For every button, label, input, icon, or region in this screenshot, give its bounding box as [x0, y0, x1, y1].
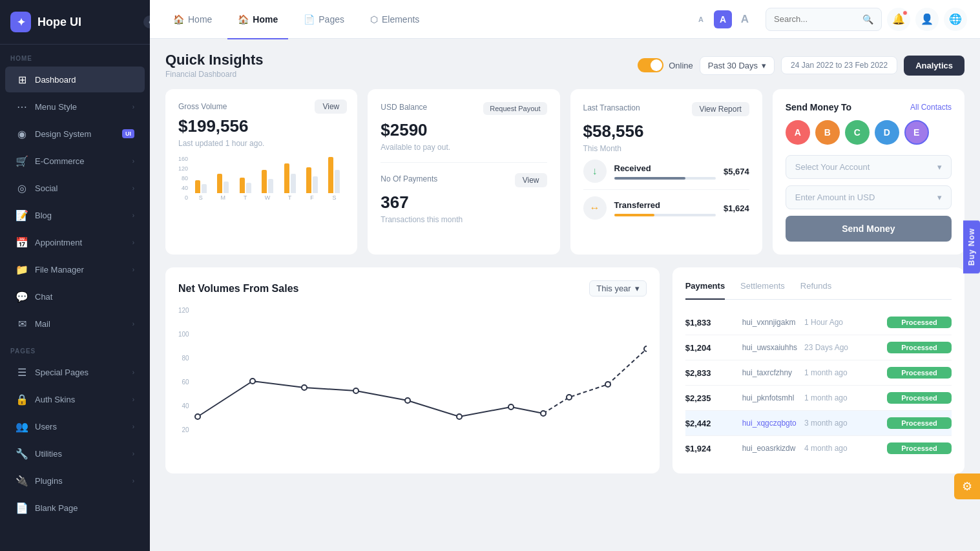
last-transaction-sub: This Month — [583, 144, 749, 153]
tab-refunds[interactable]: Refunds — [800, 281, 831, 300]
svg-point-5 — [457, 414, 462, 419]
buy-now-tab[interactable]: Buy Now — [963, 220, 980, 273]
gross-volume-view-button[interactable]: View — [315, 99, 347, 114]
notifications-button[interactable]: 🔔 — [887, 8, 910, 31]
tab-elements[interactable]: ⬡ Elements — [360, 1, 430, 39]
payment-time: 1 month ago — [804, 393, 882, 402]
select-account-dropdown[interactable]: Select Your Account ▾ — [786, 155, 952, 179]
usd-balance-value: $2590 — [381, 120, 547, 140]
sidebar-item-plugins[interactable]: 🔌 Plugins › — [5, 468, 145, 494]
sidebar-item-utilities[interactable]: 🔧 Utilities › — [5, 441, 145, 466]
sidebar-item-mail[interactable]: ✉ Mail › — [5, 311, 145, 337]
search-bar[interactable]: 🔍 — [766, 8, 882, 31]
avatars-row: A B C D E — [786, 120, 952, 145]
settings-fab[interactable]: ⚙ — [954, 473, 980, 499]
sidebar-item-label: Design System — [35, 129, 116, 139]
font-medium-button[interactable]: A — [714, 10, 732, 28]
usd-balance-section: USD Balance Request Payout $2590 Availab… — [381, 102, 547, 152]
content-area: Quick Insights Financial Dashboard Onlin… — [150, 39, 980, 551]
avatar-1[interactable]: A — [786, 120, 810, 145]
select-account-chevron-icon: ▾ — [937, 162, 942, 172]
chevron-right-icon: › — [132, 212, 134, 219]
home-active-icon: 🏠 — [238, 14, 249, 25]
view-report-button[interactable]: View Report — [692, 102, 749, 116]
tab-home-link[interactable]: 🏠 Home — [163, 1, 222, 39]
send-money-button[interactable]: Send Money — [786, 216, 952, 242]
chevron-right-icon: › — [132, 369, 134, 376]
svg-point-7 — [541, 411, 546, 416]
table-row: $2,833 hui_taxrcfzhny 1 month ago Proces… — [685, 360, 952, 386]
user-profile-button[interactable]: 👤 — [915, 8, 939, 31]
sidebar-item-label: Users — [35, 422, 126, 431]
sidebar-item-dashboard[interactable]: ⊞ Dashboard — [5, 67, 145, 92]
sidebar-item-ecommerce[interactable]: 🛒 E-Commerce › — [5, 148, 145, 174]
language-button[interactable]: 🌐 — [944, 8, 967, 31]
search-input[interactable] — [774, 14, 857, 24]
avatar-5[interactable]: E — [904, 120, 929, 145]
sidebar-item-auth-skins[interactable]: 🔒 Auth Skins › — [5, 386, 145, 412]
sidebar-item-label: Auth Skins — [35, 395, 126, 404]
sidebar-item-chat[interactable]: 💬 Chat — [5, 284, 145, 309]
sidebar-item-menu-style[interactable]: ⋯ Menu Style › — [5, 94, 145, 120]
online-toggle[interactable]: Online — [638, 58, 693, 72]
all-contacts-button[interactable]: All Contacts — [910, 103, 952, 112]
sidebar-item-social[interactable]: ◎ Social › — [5, 175, 145, 201]
font-large-button[interactable]: A — [736, 10, 754, 28]
tab-home-active[interactable]: 🏠 Home — [227, 1, 288, 39]
sidebar-item-blank-page[interactable]: 📄 Blank Page — [5, 495, 145, 521]
appointment-icon: 📅 — [16, 236, 28, 249]
analytics-button[interactable]: Analytics — [904, 56, 964, 76]
transferred-info: Transferred — [614, 200, 716, 216]
sidebar-item-label: Special Pages — [35, 368, 126, 377]
sidebar-item-label: Menu Style — [35, 102, 126, 112]
sidebar-item-label: Plugins — [35, 476, 126, 486]
no-payments-view-button[interactable]: View — [515, 173, 547, 187]
avatar-3[interactable]: C — [845, 120, 870, 145]
sidebar-collapse-button[interactable]: ‹ — [142, 14, 150, 30]
font-small-button[interactable]: A — [692, 10, 710, 28]
avatar-4[interactable]: D — [875, 120, 899, 145]
sidebar-item-special-pages[interactable]: ☰ Special Pages › — [5, 359, 145, 385]
chat-icon: 💬 — [16, 290, 28, 303]
design-system-badge: UI — [122, 129, 134, 138]
social-icon: ◎ — [16, 182, 28, 194]
sidebar-item-blog[interactable]: 📝 Blog › — [5, 202, 145, 228]
sidebar-item-file-manager[interactable]: 📁 File Manager › — [5, 256, 145, 282]
section-title: Quick Insights — [165, 52, 638, 68]
received-bar — [614, 177, 716, 180]
period-select[interactable]: Past 30 Days ▾ — [700, 56, 775, 75]
tab-elements-label: Elements — [382, 14, 419, 25]
sidebar-item-users[interactable]: 👥 Users › — [5, 413, 145, 439]
send-money-card: Send Money To All Contacts A B C D E Sel… — [773, 89, 964, 255]
tab-home-active-label: Home — [253, 14, 278, 25]
request-payout-button[interactable]: Request Payout — [483, 102, 547, 115]
status-badge: Processed — [887, 342, 952, 353]
sidebar-item-design-system[interactable]: ◉ Design System UI — [5, 121, 145, 147]
ecommerce-icon: 🛒 — [16, 154, 28, 167]
gross-volume-card: Gross Volume View $199,556 Last updated … — [165, 89, 357, 255]
payment-id: hui_vxnnjigakm — [742, 318, 799, 327]
toggle-track[interactable] — [638, 58, 663, 72]
dashboard-icon: ⊞ — [16, 73, 28, 86]
chevron-right-icon: › — [132, 103, 134, 110]
payments-list: $1,833 hui_vxnnjigakm 1 Hour Ago Process… — [685, 310, 952, 461]
home-section-label: HOME — [0, 45, 150, 66]
tab-settlements[interactable]: Settlements — [740, 281, 785, 300]
app-logo: ✦ Hope UI ‹ — [0, 0, 150, 45]
received-amount: $5,674 — [724, 167, 749, 176]
last-transaction-label: Last Transaction — [583, 103, 640, 112]
payment-amount: $1,924 — [685, 444, 737, 453]
topbar: 🏠 Home 🏠 Home 📄 Pages ⬡ Elements A A A 🔍… — [150, 0, 980, 39]
enter-amount-field[interactable]: Enter Amount in USD ▾ — [786, 185, 952, 209]
select-account-placeholder: Select Your Account — [795, 162, 870, 172]
year-select[interactable]: This year ▾ — [589, 280, 646, 296]
payment-id: hui_eoasrkizdw — [742, 444, 799, 453]
tab-pages[interactable]: 📄 Pages — [293, 1, 355, 39]
svg-point-1 — [250, 379, 255, 384]
tab-payments[interactable]: Payments — [685, 281, 725, 300]
status-badge: Processed — [887, 392, 952, 404]
section-controls: Online Past 30 Days ▾ 24 Jan 2022 to 23 … — [638, 56, 964, 76]
avatar-2[interactable]: B — [815, 120, 840, 145]
elements-icon: ⬡ — [370, 14, 378, 25]
sidebar-item-appointment[interactable]: 📅 Appointment › — [5, 229, 145, 255]
